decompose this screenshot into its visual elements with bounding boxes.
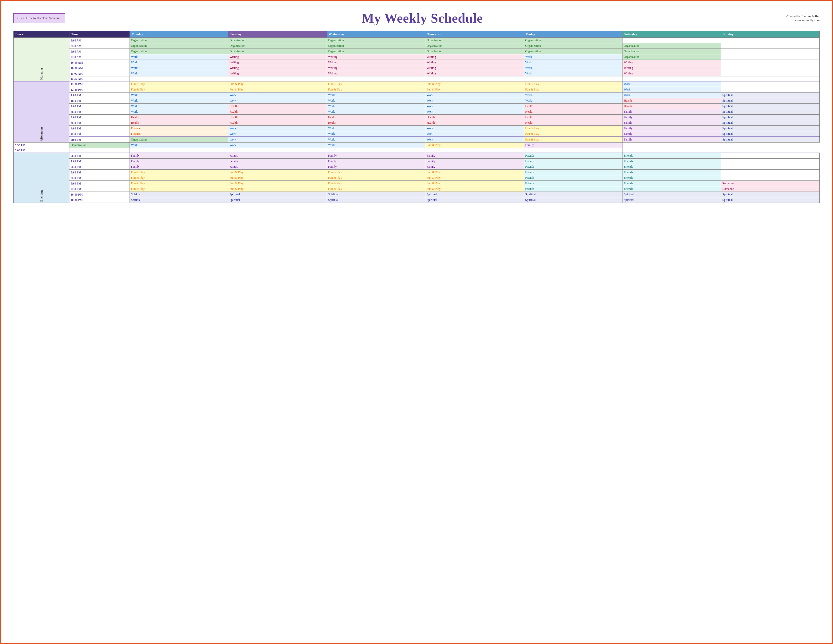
- day-cell-tue: Fun & Play: [228, 175, 327, 181]
- header-saturday: Saturday: [622, 31, 721, 38]
- table-row: 8:30 AMOrganizationOrganizationOrganizat…: [14, 43, 820, 49]
- time-cell: 2:30 PM: [69, 109, 130, 115]
- day-cell-fri: Work: [524, 98, 622, 104]
- day-cell-mon: Organization: [130, 38, 228, 43]
- page-title: My Weekly Schedule: [65, 11, 780, 26]
- day-cell-mon: Family: [130, 153, 228, 159]
- day-cell-mon: Fun & Play: [130, 181, 228, 186]
- day-cell-thu: Family: [425, 153, 524, 159]
- day-cell-fri: Fun & Play: [524, 137, 622, 143]
- day-cell-tue: Work: [130, 143, 228, 148]
- time-cell: 7:00 PM: [69, 159, 130, 164]
- block-label: Morning: [14, 38, 69, 82]
- day-cell-sat: Writing: [622, 71, 721, 76]
- time-cell: 5:00 PM: [69, 137, 130, 143]
- day-cell-tue: [130, 148, 228, 153]
- day-cell-fri: Health: [524, 120, 622, 126]
- day-cell-mon: Finance: [130, 131, 228, 137]
- day-cell-wed: Fun & Play: [327, 181, 425, 186]
- day-cell-thu: Fun & Play: [425, 181, 524, 186]
- schedule-table: Block Time Monday Tuesday Wednesday Thur…: [13, 31, 820, 203]
- day-cell-sat: Work: [622, 93, 721, 98]
- day-cell-mon: Work: [130, 54, 228, 60]
- day-cell-tue: Work: [228, 126, 327, 131]
- day-cell-tue: Family: [228, 159, 327, 164]
- day-cell-sat: Writing: [622, 60, 721, 65]
- day-cell-thu: Health: [425, 115, 524, 120]
- day-cell-sun: [622, 143, 721, 148]
- day-cell-sun: Spiritual: [721, 109, 820, 115]
- time-cell: 10:00 AM: [69, 60, 130, 65]
- day-cell-mon: [130, 76, 228, 82]
- day-cell-wed: Organization: [327, 38, 425, 43]
- table-row: 1:30 PMWorkWorkWorkWorkWorkHealthSpiritu…: [14, 98, 820, 104]
- day-cell-fri: Work: [524, 93, 622, 98]
- day-cell-mon: Work: [130, 65, 228, 71]
- day-cell-tue: Family: [228, 164, 327, 170]
- day-cell-sat: Friends: [622, 181, 721, 186]
- time-cell: 1:00 PM: [69, 93, 130, 98]
- day-cell-sun: [721, 43, 820, 49]
- day-cell-fri: Work: [524, 54, 622, 60]
- day-cell-thu: Organization: [425, 49, 524, 54]
- time-cell: 7:30 PM: [69, 164, 130, 170]
- day-cell-wed: Health: [327, 115, 425, 120]
- day-cell-thu: Work: [425, 93, 524, 98]
- day-cell-thu: Work: [425, 137, 524, 143]
- day-cell-sat: Friends: [622, 159, 721, 164]
- day-cell-sat: Family: [524, 143, 622, 148]
- day-cell-tue: Organization: [228, 38, 327, 43]
- day-cell-sun: [721, 54, 820, 60]
- day-cell-sun: [721, 81, 820, 87]
- day-cell-wed: Family: [327, 159, 425, 164]
- how-to-button[interactable]: Click: How to Use This Schedule: [13, 13, 65, 23]
- day-cell-fri: Friends: [524, 164, 622, 170]
- day-cell-sat: Friends: [622, 164, 721, 170]
- day-cell-sun: Romance: [721, 186, 820, 192]
- day-cell-sat: Writing: [622, 65, 721, 71]
- day-cell-wed: Fun & Play: [327, 87, 425, 93]
- day-cell-wed: Work: [228, 143, 327, 148]
- day-cell-fri: [425, 148, 524, 153]
- day-cell-thu: Health: [425, 120, 524, 126]
- day-cell-thu: Work: [327, 143, 425, 148]
- day-cell-sun: [721, 65, 820, 71]
- day-cell-wed: Work: [327, 131, 425, 137]
- day-cell-mon: Fun & Play: [130, 87, 228, 93]
- day-cell-sun: [721, 164, 820, 170]
- day-cell-sat: Spiritual: [622, 198, 721, 203]
- table-row: 2:30 PMWorkHealthWorkWorkHealthFamilySpi…: [14, 109, 820, 115]
- day-cell-sun: Spiritual: [721, 115, 820, 120]
- day-cell-sun: [721, 49, 820, 54]
- day-cell-tue: Fun & Play: [228, 170, 327, 175]
- time-cell: 11:30 AM: [69, 76, 130, 82]
- time-cell: 9:30 PM: [69, 186, 130, 192]
- day-cell-fri: Friends: [524, 159, 622, 164]
- table-row: 7:00 PMFamilyFamilyFamilyFamilyFriendsFr…: [14, 159, 820, 164]
- table-row: 4:00 PMFinanceWorkWorkWorkFun & PlayFami…: [14, 126, 820, 131]
- day-cell-mon: Organization: [130, 137, 228, 143]
- time-cell: 4:00 PM: [69, 126, 130, 131]
- day-cell-mon: Health: [130, 115, 228, 120]
- day-cell-fri: Health: [524, 109, 622, 115]
- day-cell-tue: Fun & Play: [228, 81, 327, 87]
- table-row: 8:00 PMFun & PlayFun & PlayFun & PlayFun…: [14, 170, 820, 175]
- day-cell-tue: [228, 76, 327, 82]
- day-cell-sat: [524, 148, 622, 153]
- day-cell-sun: [721, 38, 820, 43]
- header-wednesday: Wednesday: [327, 31, 425, 38]
- day-cell-thu: Spiritual: [425, 192, 524, 198]
- day-cell-mon: Fun & Play: [130, 175, 228, 181]
- day-cell-fri: Fun & Play: [524, 131, 622, 137]
- day-cell-mon: Fun & Play: [130, 170, 228, 175]
- header-friday: Friday: [524, 31, 622, 38]
- header-time: Time: [69, 31, 130, 38]
- day-cell-tue: Family: [228, 153, 327, 159]
- header-block: Block: [14, 31, 69, 38]
- table-row: 10:00 PMSpiritualSpiritualSpiritualSpiri…: [14, 192, 820, 198]
- day-cell-fri: Friends: [524, 181, 622, 186]
- time-cell: 2:00 PM: [69, 104, 130, 109]
- time-cell: 10:30 AM: [69, 65, 130, 71]
- day-cell-tue: Spiritual: [228, 198, 327, 203]
- day-cell-tue: Organization: [228, 43, 327, 49]
